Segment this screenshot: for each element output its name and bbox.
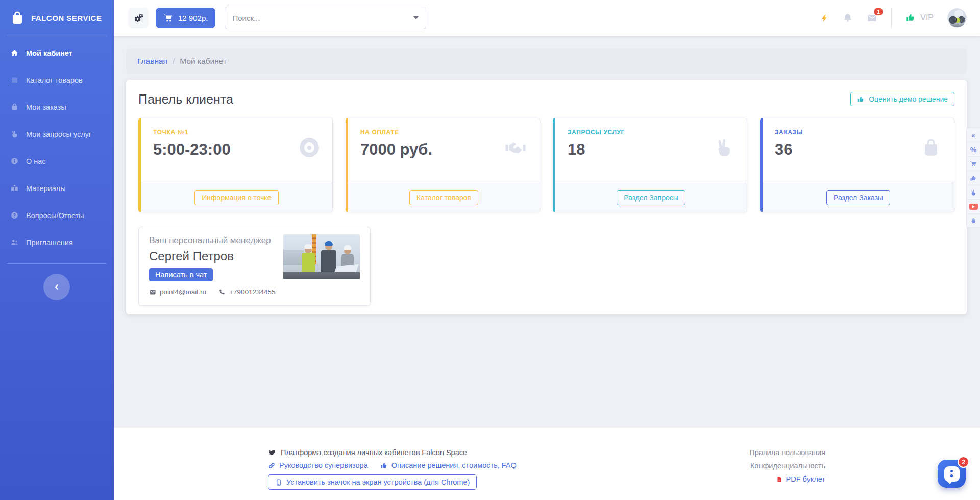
- falcon-icon: [268, 448, 276, 457]
- sidebar: FALCON SERVICE Мой кабинет Каталог товар…: [0, 0, 114, 500]
- envelope-icon: [149, 289, 156, 296]
- bell-icon: [843, 13, 853, 23]
- cart-total: 12 902р.: [178, 14, 208, 22]
- stat-card-payment: НА ОПЛАТЕ 7000 руб. Каталог товаров: [346, 118, 540, 212]
- breadcrumb-separator: /: [173, 57, 175, 66]
- supervisor-guide-link[interactable]: Руководство супервизора: [268, 461, 368, 469]
- collapse-double-left-icon: «: [971, 131, 975, 139]
- file-pdf-icon: [776, 475, 783, 483]
- activity-button[interactable]: [820, 13, 829, 23]
- sidebar-item-faq[interactable]: Вопросы/Ответы: [0, 202, 114, 229]
- manager-email[interactable]: point4@mail.ru: [149, 288, 206, 296]
- stat-cards: ТОЧКА №1 5:00-23:00 Информация о точке: [138, 118, 954, 212]
- info-circle-icon: [10, 157, 19, 165]
- install-shortcut-button[interactable]: Установить значок на экран устройства (д…: [268, 474, 477, 490]
- manager-contacts: point4@mail.ru +79001234455: [149, 288, 360, 296]
- stat-card-value: 18: [568, 140, 625, 159]
- stat-card-value: 7000 руб.: [360, 140, 432, 159]
- chat-widget-button[interactable]: 2: [938, 460, 966, 488]
- cart-icon: [970, 160, 977, 168]
- main-area: 12 902р. 1 VIP: [114, 0, 980, 500]
- catalog-button[interactable]: Каталог товаров: [409, 190, 478, 205]
- sidebar-nav: Мой кабинет Каталог товаров Мои заказы М…: [0, 36, 114, 256]
- topbar-right: 1 VIP: [820, 8, 967, 28]
- youtube-icon: [969, 204, 978, 210]
- search-box[interactable]: [225, 7, 426, 29]
- panel-header: Панель клиента Оценить демо решение: [138, 92, 954, 107]
- shopping-bag-icon: [10, 103, 19, 111]
- caret-down-icon: [413, 16, 419, 19]
- link-icon: [268, 462, 276, 469]
- thumbs-up-icon: [857, 96, 865, 103]
- sidebar-item-invitations[interactable]: Приглашения: [0, 229, 114, 256]
- sidebar-collapse-button[interactable]: [43, 274, 70, 300]
- solution-description-link[interactable]: Описание решения, стоимость, FAQ: [380, 461, 517, 469]
- home-icon: [10, 49, 19, 57]
- dot-circle-icon: [299, 137, 320, 183]
- user-avatar[interactable]: [947, 8, 967, 28]
- sidebar-item-my-orders[interactable]: Мои заказы: [0, 93, 114, 121]
- strip-youtube-button[interactable]: [966, 199, 980, 213]
- footer: Платформа создания личных кабинетов Falc…: [114, 428, 980, 500]
- brand-title: FALCON SERVICE: [31, 14, 102, 22]
- chat-bubble-icon: [944, 466, 960, 482]
- point-info-button[interactable]: Информация о точке: [194, 190, 278, 205]
- app-root: FALCON SERVICE Мой кабинет Каталог товар…: [0, 0, 980, 500]
- vip-status[interactable]: VIP: [905, 13, 934, 23]
- sidebar-footer: [0, 263, 114, 300]
- percent-icon: %: [970, 146, 976, 154]
- thumbs-up-icon: [380, 462, 388, 469]
- topbar: 12 902р. 1 VIP: [114, 0, 980, 36]
- thumbs-up-icon: [970, 175, 977, 182]
- stat-card-orders: ЗАКАЗЫ 36 Раздел Заказы: [760, 118, 954, 212]
- chat-manager-button[interactable]: Написать в чат: [149, 268, 213, 281]
- quick-access-strip: « %: [966, 128, 980, 228]
- strip-collapse-button[interactable]: «: [966, 128, 980, 142]
- stat-card-label: ЗАКАЗЫ: [775, 129, 803, 136]
- strip-hand-peace-button[interactable]: [966, 185, 980, 199]
- manager-card: Ваш персональный менеджер Сергей Петров …: [138, 227, 371, 306]
- chat-badge: 2: [958, 456, 969, 468]
- manager-phone[interactable]: +79001234455: [218, 288, 275, 296]
- hand-peace-icon: [970, 189, 977, 196]
- pdf-booklet-link[interactable]: PDF буклет: [776, 475, 825, 483]
- bolt-icon: [820, 13, 829, 23]
- sidebar-item-service-requests[interactable]: Мои запросы услуг: [0, 121, 114, 148]
- sidebar-item-materials[interactable]: Материалы: [0, 175, 114, 202]
- sidebar-item-about[interactable]: О нас: [0, 148, 114, 175]
- requests-section-button[interactable]: Раздел Запросы: [617, 190, 685, 205]
- notifications-button[interactable]: [843, 13, 853, 23]
- book-reader-icon: [10, 184, 19, 193]
- stat-card-point: ТОЧКА №1 5:00-23:00 Информация о точке: [138, 118, 333, 212]
- settings-button[interactable]: [128, 8, 149, 28]
- page-title: Панель клиента: [138, 92, 233, 107]
- rate-demo-button[interactable]: Оценить демо решение: [850, 92, 954, 106]
- messages-button[interactable]: 1: [867, 13, 877, 23]
- search-input[interactable]: [232, 14, 413, 22]
- stat-card-value: 5:00-23:00: [153, 140, 231, 159]
- sidebar-item-my-cabinet[interactable]: Мой кабинет: [0, 39, 114, 66]
- handshake-icon: [504, 137, 527, 183]
- footer-right: Правила пользования Конфиденциальность P…: [749, 448, 825, 500]
- bars-icon: [10, 76, 19, 84]
- stat-card-label: ТОЧКА №1: [153, 129, 231, 136]
- shopping-bag-logo-icon: [9, 10, 26, 26]
- vip-label: VIP: [920, 13, 934, 22]
- stat-card-value: 36: [775, 140, 803, 159]
- terms-link[interactable]: Правила пользования: [749, 448, 825, 457]
- cart-total-button[interactable]: 12 902р.: [156, 8, 215, 28]
- brand[interactable]: FALCON SERVICE: [0, 0, 114, 36]
- strip-hand-paper-button[interactable]: [966, 213, 980, 228]
- strip-cart-button[interactable]: [966, 156, 980, 171]
- phone-icon: [218, 289, 226, 296]
- strip-thumbs-up-button[interactable]: [966, 171, 980, 185]
- users-icon: [10, 238, 19, 247]
- privacy-link[interactable]: Конфиденциальность: [750, 462, 825, 470]
- sidebar-item-catalog[interactable]: Каталог товаров: [0, 66, 114, 93]
- orders-section-button[interactable]: Раздел Заказы: [826, 190, 890, 205]
- breadcrumb-home-link[interactable]: Главная: [137, 57, 167, 66]
- strip-percent-button[interactable]: %: [966, 142, 980, 156]
- stat-card-requests: ЗАПРОСЫ УСЛУГ 18 Раздел Запросы: [553, 118, 747, 212]
- hand-peace-icon: [713, 137, 734, 183]
- messages-badge: 1: [874, 8, 883, 16]
